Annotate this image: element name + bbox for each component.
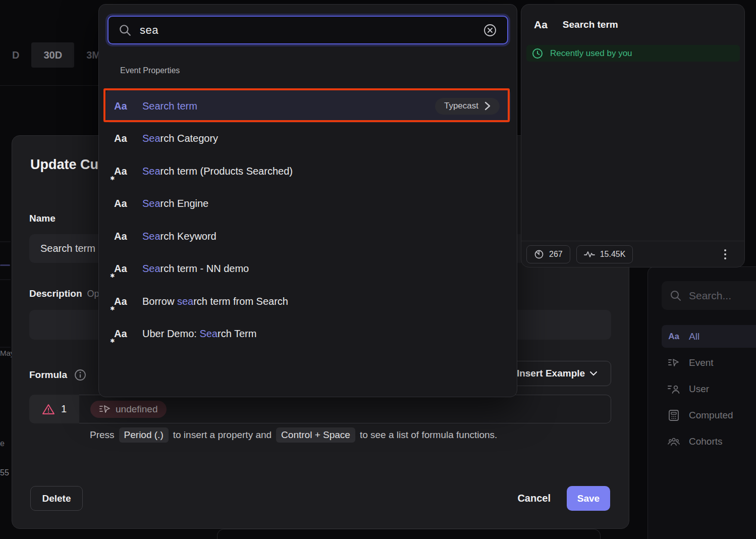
property-result-row[interactable]: Aa✱Search term - NN demo xyxy=(106,253,511,286)
property-result-row[interactable]: Aa✱Borrow search term from Search xyxy=(106,285,511,318)
clock-icon xyxy=(531,47,544,60)
stat-value: 267 xyxy=(549,250,563,259)
sidebar-item-label: User xyxy=(689,384,709,395)
description-label: Description xyxy=(29,288,82,299)
kebab-menu-icon[interactable] xyxy=(724,249,726,259)
property-result-row[interactable]: AaSearch Engine xyxy=(106,188,511,221)
computed-calculator-icon xyxy=(668,410,680,421)
property-result-label: Search Category xyxy=(142,133,218,144)
property-stat-chip[interactable]: 15.45K xyxy=(576,245,633,263)
chevron-right-icon xyxy=(484,101,491,111)
kbd-period: Period (.) xyxy=(119,427,169,443)
sidebar-item-all[interactable]: AaAll xyxy=(662,325,756,348)
type-aa-icon: Aa✱ xyxy=(114,296,131,307)
picker-search-input[interactable]: sea xyxy=(107,16,508,44)
undefined-property-chip[interactable]: undefined xyxy=(90,401,167,418)
property-result-label: Search term xyxy=(142,100,197,112)
chevron-down-icon xyxy=(590,371,597,376)
undefined-chip-label: undefined xyxy=(116,404,157,415)
property-result-label: Uber Demo: Search Term xyxy=(142,328,256,340)
type-aa-glyph: Aa xyxy=(114,328,127,339)
delete-button[interactable]: Delete xyxy=(30,486,83,511)
clear-search-icon[interactable] xyxy=(483,23,497,37)
chart-label-fragment: e xyxy=(0,439,5,448)
property-result-row[interactable]: AaSearch Keyword xyxy=(106,220,511,253)
type-aa-icon: Aa✱ xyxy=(114,328,131,340)
sidebar-search-placeholder: Search... xyxy=(689,290,731,302)
divider xyxy=(0,85,98,86)
warning-triangle-icon xyxy=(42,403,55,415)
user-list-icon xyxy=(668,384,680,394)
property-detail-panel: Aa Search term Recently used by you 2671… xyxy=(521,4,745,267)
help-suffix: to see a list of formula functions. xyxy=(360,429,497,441)
custom-property-star-icon: ✱ xyxy=(110,338,115,344)
background-panel-edge xyxy=(217,529,601,539)
time-range-tab-30d[interactable]: 30D xyxy=(31,42,74,68)
chart-value-fragment: 55 xyxy=(0,468,9,477)
type-aa-glyph: Aa xyxy=(114,296,127,307)
time-range-tab-d[interactable]: D xyxy=(0,42,31,68)
recently-used-badge: Recently used by you xyxy=(526,45,740,62)
property-result-label: Search term - NN demo xyxy=(142,263,249,275)
property-stat-chip[interactable]: 267 xyxy=(526,245,570,263)
property-result-label: Search Engine xyxy=(142,198,208,209)
sidebar-item-label: All xyxy=(689,331,699,342)
insert-example-label: Insert Example xyxy=(517,368,585,379)
type-aa-glyph: Aa xyxy=(114,263,127,274)
type-aa-glyph: Aa xyxy=(114,231,127,242)
type-aa-glyph: Aa xyxy=(114,198,127,209)
formula-error-counter: 1 xyxy=(29,395,79,423)
sidebar-search-input[interactable]: Search... xyxy=(662,281,756,310)
typecast-badge[interactable]: Typecast xyxy=(435,98,500,115)
custom-property-star-icon: ✱ xyxy=(110,175,115,182)
chart-gridline xyxy=(0,279,11,280)
chart-gridline xyxy=(0,347,11,348)
search-icon xyxy=(119,24,132,37)
type-aa-icon: Aa xyxy=(114,133,131,144)
help-prefix: Press xyxy=(90,429,115,441)
type-aa-icon: Aa✱ xyxy=(114,166,131,177)
save-button[interactable]: Save xyxy=(567,486,610,511)
property-results-list: AaSearch termTypecastAaSearch CategoryAa… xyxy=(106,90,511,350)
type-aa-icon: Aa xyxy=(534,19,548,31)
name-input-value: Search term xyxy=(40,243,95,254)
activity-pulse-icon xyxy=(584,250,595,258)
formula-input[interactable]: undefined xyxy=(79,395,611,423)
cancel-button[interactable]: Cancel xyxy=(517,493,551,504)
formula-editor[interactable]: 1 undefined xyxy=(29,395,611,423)
property-result-row[interactable]: Aa✱Search term (Products Searched) xyxy=(106,155,511,188)
insert-example-button[interactable]: Insert Example xyxy=(503,361,611,386)
property-result-label: Search Keyword xyxy=(142,231,217,242)
cohorts-people-icon xyxy=(668,437,680,447)
type-aa-icon: Aa xyxy=(114,100,131,112)
property-type-sidebar: Search... AaAllEventUserComputedCohorts xyxy=(647,266,756,539)
property-result-row[interactable]: AaSearch Category xyxy=(106,123,511,155)
property-picker-dropdown: sea Event Properties AaSearch termTypeca… xyxy=(98,4,517,397)
info-icon[interactable] xyxy=(74,369,86,381)
property-result-row[interactable]: Aa✱Uber Demo: Search Term xyxy=(106,318,511,351)
sidebar-item-label: Computed xyxy=(689,410,733,421)
formula-error-count: 1 xyxy=(61,403,67,415)
help-mid: to insert a property and xyxy=(173,429,272,441)
name-label: Name xyxy=(29,213,56,224)
property-result-label: Search term (Products Searched) xyxy=(142,166,293,177)
search-icon xyxy=(670,290,682,302)
kbd-control-space: Control + Space xyxy=(276,427,355,443)
type-aa-glyph: Aa xyxy=(114,133,127,144)
pie-chart-icon xyxy=(534,249,544,259)
sidebar-item-user[interactable]: User xyxy=(662,378,756,400)
type-aa-glyph: Aa xyxy=(114,100,127,112)
type-aa-icon: Aa xyxy=(114,198,131,209)
sidebar-item-event[interactable]: Event xyxy=(662,351,756,374)
property-result-label: Borrow search term from Search xyxy=(142,296,288,307)
sidebar-item-cohorts[interactable]: Cohorts xyxy=(662,430,756,453)
custom-property-star-icon: ✱ xyxy=(110,273,115,279)
sidebar-item-computed[interactable]: Computed xyxy=(662,404,756,426)
type-aa-glyph: Aa xyxy=(114,166,127,177)
chart-gridline xyxy=(0,241,11,242)
detail-panel-title: Search term xyxy=(563,19,618,30)
property-result-row[interactable]: AaSearch termTypecast xyxy=(106,90,511,123)
type-aa-icon: Aa xyxy=(114,231,131,242)
picker-search-value: sea xyxy=(140,24,475,37)
event-cursor-icon xyxy=(668,358,680,368)
